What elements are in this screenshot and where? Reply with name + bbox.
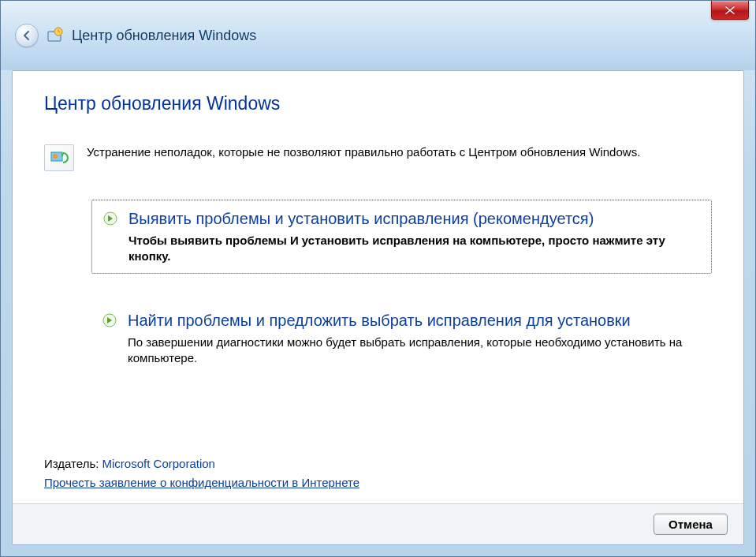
option-find-and-choose[interactable]: Найти проблемы и предложить выбрать испр…: [91, 302, 712, 375]
window-header: Центр обновления Windows: [1, 1, 755, 70]
option-description: По завершении диагностики можно будет вы…: [128, 335, 701, 367]
cancel-button[interactable]: Отмена: [654, 514, 728, 535]
option-description: Чтобы выявить проблемы И установить испр…: [128, 233, 700, 265]
close-icon: [724, 6, 736, 15]
publisher-section: Издатель: Microsoft Corporation Прочесть…: [44, 426, 712, 492]
header-title: Центр обновления Windows: [72, 28, 256, 44]
svg-point-3: [53, 154, 58, 159]
page-title: Центр обновления Windows: [44, 93, 712, 114]
content-panel: Центр обновления Windows Устранение непо…: [12, 70, 744, 545]
troubleshoot-icon: [44, 144, 74, 171]
privacy-statement-link[interactable]: Прочесть заявление о конфиденциальности …: [44, 476, 359, 489]
options-list: Выявить проблемы и установить исправлени…: [91, 200, 712, 374]
option-detect-and-fix[interactable]: Выявить проблемы и установить исправлени…: [91, 200, 712, 274]
window-close-button[interactable]: [711, 1, 749, 20]
subtitle-text: Устранение неполадок, которые не позволя…: [87, 144, 640, 171]
arrow-right-icon: [102, 313, 117, 327]
option-title: Выявить проблемы и установить исправлени…: [128, 208, 700, 230]
subtitle-row: Устранение неполадок, которые не позволя…: [44, 144, 712, 171]
windows-update-icon: [47, 27, 64, 44]
back-arrow-icon: [21, 30, 32, 41]
publisher-name: Microsoft Corporation: [102, 457, 215, 470]
back-button[interactable]: [15, 24, 39, 47]
option-title: Найти проблемы и предложить выбрать испр…: [128, 310, 701, 331]
publisher-label: Издатель:: [44, 457, 102, 470]
troubleshooter-window: Центр обновления Windows Центр обновлени…: [0, 0, 756, 557]
arrow-right-icon: [103, 211, 117, 226]
dialog-footer: Отмена: [13, 503, 743, 544]
